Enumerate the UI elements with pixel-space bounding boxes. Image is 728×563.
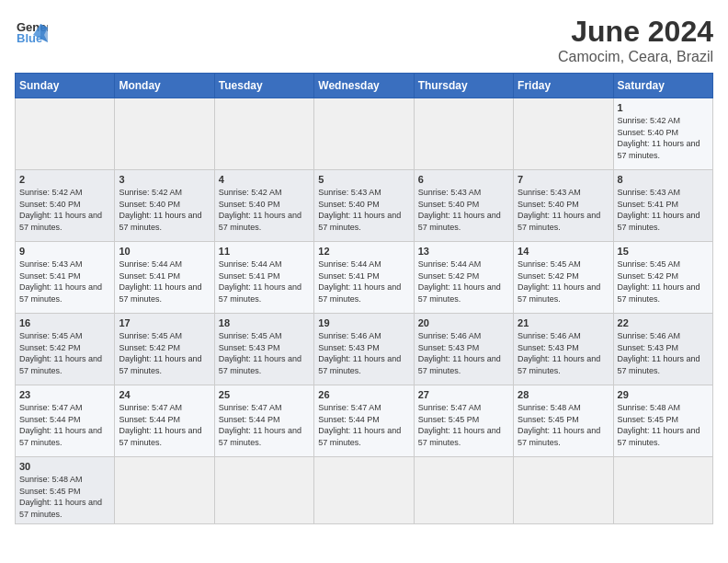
day-info: Sunrise: 5:45 AMSunset: 5:42 PMDaylight:… [518, 259, 609, 304]
calendar-cell [414, 457, 513, 524]
calendar-cell: 19Sunrise: 5:46 AMSunset: 5:43 PMDayligh… [314, 314, 414, 385]
day-number: 21 [518, 317, 609, 328]
calendar-cell: 20Sunrise: 5:46 AMSunset: 5:43 PMDayligh… [414, 314, 513, 385]
calendar-cell: 29Sunrise: 5:48 AMSunset: 5:45 PMDayligh… [613, 385, 712, 457]
weekday-header-friday: Friday [514, 74, 613, 98]
calendar-cell [514, 457, 613, 524]
header-area: General Blue June 2024 Camocim, Ceara, B… [15, 15, 713, 65]
day-number: 30 [19, 461, 110, 472]
title-area: June 2024 Camocim, Ceara, Brazil [558, 15, 713, 65]
day-info: Sunrise: 5:45 AMSunset: 5:42 PMDaylight:… [119, 330, 210, 376]
day-info: Sunrise: 5:43 AMSunset: 5:40 PMDaylight:… [418, 187, 509, 233]
weekday-header-wednesday: Wednesday [314, 74, 414, 98]
calendar-cell: 25Sunrise: 5:47 AMSunset: 5:44 PMDayligh… [214, 385, 313, 457]
day-number: 6 [418, 174, 509, 185]
calendar-week-row: 1Sunrise: 5:42 AMSunset: 5:40 PMDaylight… [16, 98, 713, 170]
day-info: Sunrise: 5:44 AMSunset: 5:41 PMDaylight:… [119, 259, 210, 304]
calendar-cell: 16Sunrise: 5:45 AMSunset: 5:42 PMDayligh… [16, 314, 115, 385]
day-number: 15 [618, 246, 709, 257]
day-info: Sunrise: 5:43 AMSunset: 5:40 PMDaylight:… [518, 187, 609, 233]
weekday-header-saturday: Saturday [613, 74, 712, 98]
day-number: 14 [518, 246, 609, 257]
day-info: Sunrise: 5:42 AMSunset: 5:40 PMDaylight:… [618, 115, 709, 161]
day-info: Sunrise: 5:47 AMSunset: 5:44 PMDaylight:… [119, 402, 210, 448]
calendar-cell: 13Sunrise: 5:44 AMSunset: 5:42 PMDayligh… [414, 242, 513, 314]
day-number: 3 [119, 174, 210, 185]
day-info: Sunrise: 5:44 AMSunset: 5:41 PMDaylight:… [318, 259, 409, 304]
calendar-cell: 8Sunrise: 5:43 AMSunset: 5:41 PMDaylight… [613, 170, 712, 242]
calendar-cell: 1Sunrise: 5:42 AMSunset: 5:40 PMDaylight… [613, 98, 712, 170]
calendar-cell: 3Sunrise: 5:42 AMSunset: 5:40 PMDaylight… [115, 170, 214, 242]
day-info: Sunrise: 5:43 AMSunset: 5:41 PMDaylight:… [19, 259, 110, 304]
day-info: Sunrise: 5:47 AMSunset: 5:45 PMDaylight:… [418, 402, 509, 448]
day-number: 1 [618, 102, 709, 113]
calendar-week-row: 9Sunrise: 5:43 AMSunset: 5:41 PMDaylight… [16, 242, 713, 314]
weekday-header-row: SundayMondayTuesdayWednesdayThursdayFrid… [16, 74, 713, 98]
day-number: 20 [418, 317, 509, 328]
day-number: 11 [219, 246, 310, 257]
day-number: 2 [19, 174, 110, 185]
calendar-cell [414, 98, 513, 170]
calendar-cell: 17Sunrise: 5:45 AMSunset: 5:42 PMDayligh… [115, 314, 214, 385]
calendar-cell: 6Sunrise: 5:43 AMSunset: 5:40 PMDaylight… [414, 170, 513, 242]
day-number: 28 [518, 389, 609, 400]
calendar-cell [314, 457, 414, 524]
day-number: 18 [219, 317, 310, 328]
day-info: Sunrise: 5:46 AMSunset: 5:43 PMDaylight:… [318, 330, 409, 376]
calendar-subtitle: Camocim, Ceara, Brazil [558, 49, 713, 65]
day-number: 22 [618, 317, 709, 328]
day-number: 23 [19, 389, 110, 400]
calendar-cell [613, 457, 712, 524]
day-info: Sunrise: 5:48 AMSunset: 5:45 PMDaylight:… [518, 402, 609, 448]
day-number: 7 [518, 174, 609, 185]
logo: General Blue [15, 15, 48, 48]
calendar-cell: 22Sunrise: 5:46 AMSunset: 5:43 PMDayligh… [613, 314, 712, 385]
day-number: 5 [318, 174, 409, 185]
weekday-header-monday: Monday [115, 74, 214, 98]
day-info: Sunrise: 5:45 AMSunset: 5:43 PMDaylight:… [219, 330, 310, 376]
calendar-cell: 23Sunrise: 5:47 AMSunset: 5:44 PMDayligh… [16, 385, 115, 457]
day-info: Sunrise: 5:44 AMSunset: 5:42 PMDaylight:… [418, 259, 509, 304]
logo-icon: General Blue [15, 15, 48, 48]
calendar-cell: 21Sunrise: 5:46 AMSunset: 5:43 PMDayligh… [514, 314, 613, 385]
calendar-cell: 2Sunrise: 5:42 AMSunset: 5:40 PMDaylight… [16, 170, 115, 242]
day-number: 13 [418, 246, 509, 257]
calendar-title: June 2024 [558, 15, 713, 49]
calendar-cell [115, 457, 214, 524]
day-number: 27 [418, 389, 509, 400]
day-info: Sunrise: 5:44 AMSunset: 5:41 PMDaylight:… [219, 259, 310, 304]
day-number: 12 [318, 246, 409, 257]
day-info: Sunrise: 5:43 AMSunset: 5:40 PMDaylight:… [318, 187, 409, 233]
day-number: 25 [219, 389, 310, 400]
calendar-cell: 24Sunrise: 5:47 AMSunset: 5:44 PMDayligh… [115, 385, 214, 457]
calendar-cell: 18Sunrise: 5:45 AMSunset: 5:43 PMDayligh… [214, 314, 313, 385]
calendar-week-row: 23Sunrise: 5:47 AMSunset: 5:44 PMDayligh… [16, 385, 713, 457]
calendar-page: General Blue June 2024 Camocim, Ceara, B… [0, 0, 728, 539]
calendar-cell [514, 98, 613, 170]
calendar-cell: 10Sunrise: 5:44 AMSunset: 5:41 PMDayligh… [115, 242, 214, 314]
day-info: Sunrise: 5:45 AMSunset: 5:42 PMDaylight:… [19, 330, 110, 376]
day-info: Sunrise: 5:47 AMSunset: 5:44 PMDaylight:… [318, 402, 409, 448]
calendar-cell [214, 98, 313, 170]
weekday-header-thursday: Thursday [414, 74, 513, 98]
day-number: 24 [119, 389, 210, 400]
day-number: 8 [618, 174, 709, 185]
day-info: Sunrise: 5:45 AMSunset: 5:42 PMDaylight:… [618, 259, 709, 304]
day-number: 16 [19, 317, 110, 328]
calendar-cell: 7Sunrise: 5:43 AMSunset: 5:40 PMDaylight… [514, 170, 613, 242]
calendar-cell: 9Sunrise: 5:43 AMSunset: 5:41 PMDaylight… [16, 242, 115, 314]
day-number: 26 [318, 389, 409, 400]
day-info: Sunrise: 5:47 AMSunset: 5:44 PMDaylight:… [19, 402, 110, 448]
day-info: Sunrise: 5:43 AMSunset: 5:41 PMDaylight:… [618, 187, 709, 233]
calendar-cell [214, 457, 313, 524]
day-info: Sunrise: 5:42 AMSunset: 5:40 PMDaylight:… [19, 187, 110, 233]
day-info: Sunrise: 5:42 AMSunset: 5:40 PMDaylight:… [219, 187, 310, 233]
day-number: 29 [618, 389, 709, 400]
day-info: Sunrise: 5:47 AMSunset: 5:44 PMDaylight:… [219, 402, 310, 448]
calendar-cell: 5Sunrise: 5:43 AMSunset: 5:40 PMDaylight… [314, 170, 414, 242]
calendar-table: SundayMondayTuesdayWednesdayThursdayFrid… [15, 73, 713, 524]
calendar-cell [115, 98, 214, 170]
day-number: 19 [318, 317, 409, 328]
calendar-cell: 4Sunrise: 5:42 AMSunset: 5:40 PMDaylight… [214, 170, 313, 242]
calendar-cell: 27Sunrise: 5:47 AMSunset: 5:45 PMDayligh… [414, 385, 513, 457]
